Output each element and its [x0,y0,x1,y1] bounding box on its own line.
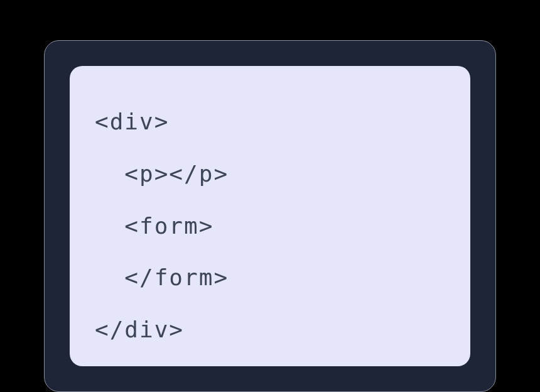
code-card-inner: <div> <p></p> <form> </form> </div> [70,66,470,366]
code-line-4: </form> [95,264,229,290]
code-line-2: <p></p> [95,161,229,187]
code-card-outer: <div> <p></p> <form> </form> </div> [44,40,496,392]
code-block: <div> <p></p> <form> </form> </div> [95,96,445,356]
code-line-5: </div> [95,317,184,342]
code-line-1: <div> [95,109,169,134]
code-line-3: <form> [95,213,213,239]
